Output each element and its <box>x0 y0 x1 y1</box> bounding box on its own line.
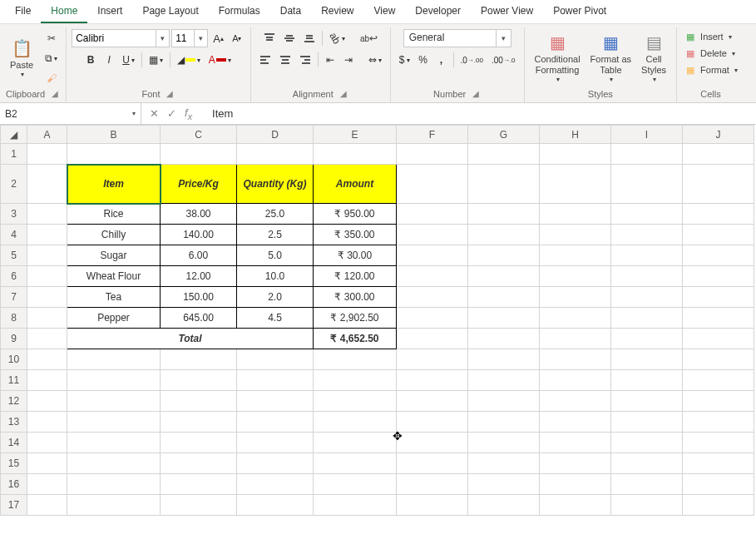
cell[interactable] <box>237 144 314 165</box>
cell[interactable]: ₹ 120.00 <box>314 266 397 287</box>
cell[interactable] <box>540 266 611 287</box>
formula-content[interactable]: Item <box>200 107 233 120</box>
borders-button[interactable]: ▦▾ <box>146 51 166 69</box>
cell[interactable] <box>540 287 611 308</box>
cell[interactable] <box>540 433 611 453</box>
fill-color-button[interactable]: ◢▾ <box>174 51 204 69</box>
cell[interactable]: ₹ 350.00 <box>314 225 397 245</box>
cut-button[interactable]: ✂ <box>42 29 61 47</box>
cell[interactable] <box>540 165 611 204</box>
format-painter-button[interactable]: 🖌 <box>42 69 61 87</box>
paste-button[interactable]: 📋 Paste ▾ <box>5 37 38 81</box>
cell[interactable] <box>683 266 754 287</box>
cell[interactable] <box>237 370 314 391</box>
cell[interactable] <box>540 144 611 165</box>
cell[interactable] <box>67 495 161 516</box>
row-header[interactable]: 5 <box>1 245 27 266</box>
row-header[interactable]: 13 <box>1 412 27 433</box>
bold-button[interactable]: B <box>82 51 99 69</box>
increase-font-button[interactable]: A▴ <box>210 29 227 47</box>
chevron-down-icon[interactable]: ▾ <box>496 30 511 47</box>
cell[interactable]: 10.0 <box>237 266 314 287</box>
cell[interactable] <box>397 349 468 370</box>
row-header[interactable]: 14 <box>1 433 27 453</box>
decrease-decimal-button[interactable]: .00→.0 <box>488 51 519 69</box>
cell[interactable] <box>237 412 314 433</box>
row-header[interactable]: 12 <box>1 391 27 412</box>
cell[interactable] <box>237 495 314 516</box>
tab-file[interactable]: File <box>5 2 41 23</box>
cell[interactable] <box>683 144 754 165</box>
row-header[interactable]: 4 <box>1 225 27 245</box>
cell[interactable] <box>314 349 397 370</box>
row-header[interactable]: 16 <box>1 474 27 495</box>
cell[interactable] <box>67 349 161 370</box>
spreadsheet-grid[interactable]: ◢ A B C D E F G H I J 1 2 Item Price/Kg … <box>0 125 756 524</box>
cell[interactable] <box>67 474 161 495</box>
percent-format-button[interactable]: % <box>415 51 432 69</box>
cell[interactable] <box>683 287 754 308</box>
cell[interactable] <box>611 495 683 516</box>
cell[interactable] <box>397 204 468 225</box>
row-header[interactable]: 10 <box>1 349 27 370</box>
name-box[interactable]: B2 ▾ <box>0 103 141 124</box>
number-dialog-launcher[interactable]: ◢ <box>471 89 481 99</box>
cell[interactable]: Chilly <box>67 225 161 245</box>
cell[interactable] <box>540 225 611 245</box>
cell[interactable]: ₹ 30.00 <box>314 245 397 266</box>
cell[interactable]: ₹ 300.00 <box>314 287 397 308</box>
cell[interactable]: Sugar <box>67 245 161 266</box>
cell[interactable]: Tea <box>67 287 161 308</box>
increase-indent-button[interactable]: ⇥ <box>340 51 357 69</box>
cell[interactable] <box>397 495 468 516</box>
cell[interactable]: Wheat Flour <box>67 266 161 287</box>
cell[interactable]: 140.00 <box>161 225 237 245</box>
cell[interactable] <box>468 308 540 329</box>
cell[interactable] <box>67 370 161 391</box>
cell[interactable] <box>611 266 683 287</box>
cell[interactable] <box>540 245 611 266</box>
cell[interactable] <box>67 453 161 474</box>
cell[interactable] <box>468 453 540 474</box>
cell[interactable] <box>611 474 683 495</box>
font-color-button[interactable]: A▾ <box>205 51 235 69</box>
cell[interactable] <box>611 308 683 329</box>
tab-data[interactable]: Data <box>270 2 311 23</box>
copy-button[interactable]: ⧉▾ <box>42 49 61 67</box>
cell[interactable] <box>468 474 540 495</box>
enter-button[interactable]: ✓ <box>167 107 176 120</box>
cell[interactable] <box>468 144 540 165</box>
tab-review[interactable]: Review <box>311 2 363 23</box>
cell[interactable] <box>683 370 754 391</box>
cell[interactable]: 2.0 <box>237 287 314 308</box>
cell[interactable] <box>611 165 683 204</box>
col-header-C[interactable]: C <box>161 126 237 144</box>
cell[interactable] <box>683 391 754 412</box>
cell[interactable] <box>397 453 468 474</box>
cell[interactable] <box>540 329 611 349</box>
underline-button[interactable]: U▾ <box>119 51 138 69</box>
col-header-G[interactable]: G <box>468 126 540 144</box>
cell[interactable] <box>611 453 683 474</box>
format-cells-button[interactable]: ▦Format▾ <box>682 62 739 77</box>
cell[interactable] <box>27 391 67 412</box>
cell[interactable] <box>468 433 540 453</box>
cell[interactable] <box>540 474 611 495</box>
cell[interactable] <box>397 412 468 433</box>
align-left-button[interactable] <box>256 51 274 69</box>
cell[interactable] <box>611 349 683 370</box>
col-header-E[interactable]: E <box>314 126 397 144</box>
cell[interactable] <box>611 370 683 391</box>
cell[interactable]: 4.5 <box>237 308 314 329</box>
font-size-combo[interactable]: ▾ <box>171 29 208 47</box>
cell[interactable] <box>611 433 683 453</box>
tab-home[interactable]: Home <box>41 2 87 23</box>
tab-power-view[interactable]: Power View <box>471 2 543 23</box>
merge-center-button[interactable]: ⇔▾ <box>365 51 385 69</box>
cell[interactable] <box>27 349 67 370</box>
cell-C2[interactable]: Price/Kg <box>161 165 237 204</box>
decrease-indent-button[interactable]: ⇤ <box>322 51 338 69</box>
cell[interactable] <box>314 495 397 516</box>
cell[interactable] <box>27 308 67 329</box>
cell[interactable] <box>27 225 67 245</box>
